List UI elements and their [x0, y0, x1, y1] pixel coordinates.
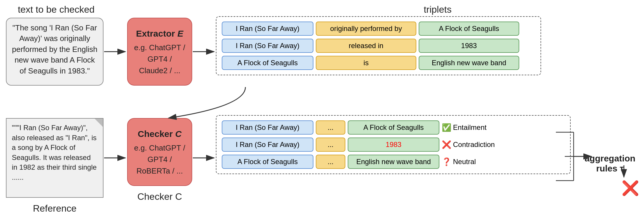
triplets-bottom-container: I Ran (So Far Away) ... A Flock of Seagu…	[216, 115, 571, 174]
triplet-b1-col1: I Ran (So Far Away)	[222, 120, 313, 135]
checker-label: Checker C	[127, 191, 192, 202]
triplet-3-col3: English new wave band	[419, 56, 519, 70]
aggregation-label: aggregation rules τ	[579, 153, 641, 174]
entailment-text: Entailment	[453, 123, 486, 132]
reference-doc-box: """I Ran (So Far Away)", also released a…	[6, 118, 103, 198]
checker-content: e.g. ChatGPT / GPT4 / RoBERTa / ...	[134, 142, 186, 177]
checker-title: Checker C	[134, 127, 186, 140]
triplets-top-container: I Ran (So Far Away) originally performed…	[216, 16, 541, 75]
triplet-row-3: A Flock of Seagulls is English new wave …	[222, 56, 535, 70]
contradiction-text: Contradiction	[453, 140, 495, 149]
triplet-bottom-row-3: A Flock of Seagulls ... English new wave…	[222, 155, 565, 169]
triplet-row-1: I Ran (So Far Away) originally performed…	[222, 22, 535, 36]
triplet-b3-col3: English new wave band	[348, 155, 439, 169]
triplet-row-2: I Ran (So Far Away) released in 1983	[222, 39, 535, 53]
triplets-label: triplets	[319, 4, 556, 15]
triplet-b2-col2: ...	[316, 138, 345, 152]
verdict-entailment: ✅ Entailment	[442, 123, 486, 132]
text-to-check-label: text to be checked	[6, 4, 106, 15]
reference-label: Reference	[12, 203, 98, 214]
triplet-b1-col2: ...	[316, 120, 345, 135]
verdict-neutral: ❓ Neutral	[442, 157, 476, 166]
triplet-b3-col1: A Flock of Seagulls	[222, 155, 313, 169]
triplet-2-col3: 1983	[419, 39, 519, 53]
final-result-icon: ❌	[622, 180, 639, 197]
triplet-2-col2: released in	[316, 39, 416, 53]
triplet-bottom-row-2: I Ran (So Far Away) ... 1983 ❌ Contradic…	[222, 138, 565, 152]
triplet-b3-col2: ...	[316, 155, 345, 169]
triplet-3-col2: is	[316, 56, 416, 70]
triplet-1-col1: I Ran (So Far Away)	[222, 22, 313, 36]
entailment-icon: ✅	[442, 123, 451, 132]
neutral-text: Neutral	[453, 158, 476, 166]
triplet-1-col2: originally performed by	[316, 22, 416, 36]
triplet-bottom-row-1: I Ran (So Far Away) ... A Flock of Seagu…	[222, 120, 565, 135]
extractor-content: e.g. ChatGPT / GPT4 / Claude2 / ...	[134, 42, 186, 76]
text-input-box: "The song 'I Ran (So Far Away)' was orig…	[6, 18, 103, 86]
contradiction-icon: ❌	[442, 140, 451, 149]
extractor-title: Extractor E	[134, 27, 186, 40]
triplet-3-col1: A Flock of Seagulls	[222, 56, 313, 70]
checker-box: Checker C e.g. ChatGPT / GPT4 / RoBERTa …	[127, 118, 192, 186]
triplet-1-col3: A Flock of Seagulls	[419, 22, 519, 36]
triplet-b2-col3: 1983	[348, 138, 439, 152]
extractor-box: Extractor E e.g. ChatGPT / GPT4 / Claude…	[127, 18, 192, 86]
verdict-contradiction: ❌ Contradiction	[442, 140, 495, 149]
triplet-2-col1: I Ran (So Far Away)	[222, 39, 313, 53]
triplet-b2-col1: I Ran (So Far Away)	[222, 138, 313, 152]
triplet-b1-col3: A Flock of Seagulls	[348, 120, 439, 135]
neutral-icon: ❓	[442, 157, 451, 166]
